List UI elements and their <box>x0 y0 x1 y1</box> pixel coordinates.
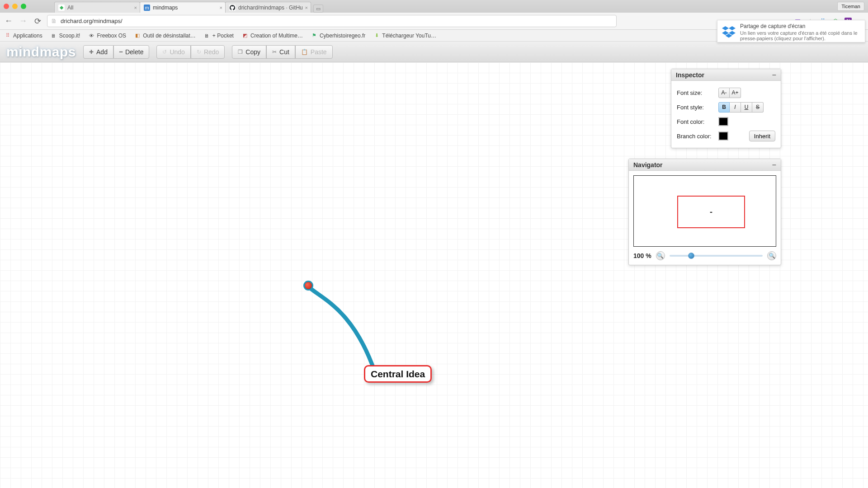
btn-label: Copy <box>245 48 260 56</box>
navigator-viewport-rect[interactable]: - <box>677 196 745 228</box>
btn-label: Delete <box>125 48 143 56</box>
zoom-level-label: 100 % <box>633 252 651 259</box>
bookmark-pocket[interactable]: 🗎+ Pocket <box>204 33 234 39</box>
redo-icon: ↻ <box>197 49 201 55</box>
browser-tab-strip: ◆ All × m mindmaps × drichard/mindmaps ·… <box>0 0 868 13</box>
btn-label: Paste <box>311 48 327 56</box>
branch-color-swatch[interactable] <box>718 131 728 141</box>
browser-tab-all[interactable]: ◆ All × <box>54 2 140 13</box>
font-color-swatch[interactable] <box>718 117 728 126</box>
zoom-slider[interactable] <box>670 255 763 257</box>
bookmark-label: Applications <box>13 33 42 39</box>
font-size-decrease-button[interactable]: A- <box>718 88 730 98</box>
panel-title: Inspector <box>676 71 704 79</box>
tab-label: drichard/mindmaps · GitHu <box>238 5 303 11</box>
zoom-out-button[interactable]: 🔍 <box>656 251 665 260</box>
bookmark-multimedia[interactable]: ◩Creation of Multime… <box>242 33 303 39</box>
bookmark-cyberhist[interactable]: ⚑Cyberhistoiregeo.fr <box>311 33 365 39</box>
bookmark-scoopit[interactable]: 🗎Scoop.it! <box>51 33 80 39</box>
tab-label: mindmaps <box>153 5 178 11</box>
favicon-github-icon <box>229 5 236 11</box>
inherit-button[interactable]: Inherit <box>749 131 775 141</box>
screenshot-share-toast[interactable]: Partage de capture d'écran Un lien vers … <box>717 20 865 42</box>
url-text: drichard.org/mindmaps/ <box>61 18 123 24</box>
redo-button[interactable]: ↻Redo <box>191 45 225 59</box>
url-input[interactable]: 🗎 drichard.org/mindmaps/ <box>47 15 617 27</box>
paste-icon: 📋 <box>301 49 308 55</box>
close-icon[interactable]: × <box>220 5 222 10</box>
bookmark-label: Outil de désinstallat… <box>143 33 196 39</box>
font-size-increase-button[interactable]: A+ <box>730 88 741 98</box>
minus-icon: ━ <box>119 49 123 55</box>
navigator-panel: Navigator – - 100 % 🔍 🔍 <box>628 159 781 265</box>
bold-button[interactable]: B <box>718 102 730 113</box>
undo-icon: ↺ <box>162 49 167 55</box>
favicon-all-icon: ◆ <box>58 5 65 11</box>
italic-button[interactable]: I <box>730 102 741 113</box>
window-controls <box>4 4 26 9</box>
plus-icon: ✚ <box>89 49 94 55</box>
copy-button[interactable]: ❐Copy <box>232 45 266 59</box>
app-toolbar: mindmaps ✚Add ━Delete ↺Undo ↻Redo ❐Copy … <box>0 42 868 62</box>
close-icon[interactable]: × <box>134 5 137 10</box>
window-minimize-icon[interactable] <box>12 4 18 9</box>
strikethrough-button[interactable]: S <box>752 102 764 113</box>
toast-body: Un lien vers votre capture d'écran a été… <box>740 30 860 41</box>
paste-button[interactable]: 📋Paste <box>295 45 333 59</box>
node-drag-handle[interactable] <box>303 281 313 291</box>
bookmark-outil[interactable]: ◧Outil de désinstallat… <box>134 33 196 39</box>
cut-icon: ✂ <box>272 49 277 55</box>
underline-button[interactable]: U <box>741 102 752 113</box>
forward-icon[interactable]: → <box>18 16 28 26</box>
profile-button[interactable]: Ticeman <box>837 2 864 11</box>
delete-button[interactable]: ━Delete <box>113 45 149 59</box>
page-icon: 🗎 <box>51 18 57 24</box>
inspector-header[interactable]: Inspector – <box>671 69 781 81</box>
undo-button[interactable]: ↺Undo <box>156 45 190 59</box>
bookmark-label: Téléchargeur YouTu… <box>382 33 436 39</box>
bookmark-label: Creation of Multime… <box>250 33 303 39</box>
collapse-icon[interactable]: – <box>772 161 776 169</box>
bookmark-apps[interactable]: ⠿Applications <box>5 33 42 39</box>
browser-tab-github[interactable]: drichard/mindmaps · GitHu × <box>225 2 311 13</box>
font-style-label: Font style: <box>677 104 718 111</box>
bookmark-freebox[interactable]: 👁Freebox OS <box>88 33 126 39</box>
dropbox-icon <box>722 25 736 38</box>
collapse-icon[interactable]: – <box>772 71 776 79</box>
bookmark-label: Scoop.it! <box>59 33 80 39</box>
favicon-mindmaps-icon: m <box>144 5 150 11</box>
btn-label: Cut <box>279 48 289 56</box>
navigator-overview[interactable]: - <box>633 175 776 247</box>
bookmark-label: + Pocket <box>212 33 234 39</box>
branch-color-label: Branch color: <box>677 133 718 140</box>
add-button[interactable]: ✚Add <box>83 45 113 59</box>
btn-label: Redo <box>204 48 219 56</box>
browser-tab-mindmaps[interactable]: m mindmaps × <box>140 2 226 13</box>
tab-label: All <box>67 5 73 11</box>
window-close-icon[interactable] <box>4 4 9 9</box>
new-tab-button[interactable]: ▭ <box>313 5 323 13</box>
cut-button[interactable]: ✂Cut <box>266 45 295 59</box>
panel-title: Navigator <box>633 161 663 169</box>
window-zoom-icon[interactable] <box>21 4 26 9</box>
reload-icon[interactable]: ⟳ <box>33 16 42 26</box>
tab-list: ◆ All × m mindmaps × drichard/mindmaps ·… <box>54 0 323 13</box>
btn-label: Undo <box>170 48 184 56</box>
zoom-slider-thumb[interactable] <box>688 253 694 259</box>
toast-title: Partage de capture d'écran <box>740 23 860 29</box>
back-icon[interactable]: ← <box>4 16 14 26</box>
font-color-label: Font color: <box>677 118 718 125</box>
font-size-label: Font size: <box>677 89 718 96</box>
inspector-panel: Inspector – Font size: A- A+ Font style:… <box>671 69 781 148</box>
btn-label: Add <box>96 48 108 56</box>
copy-icon: ❐ <box>238 49 243 55</box>
zoom-in-button[interactable]: 🔍 <box>767 251 776 260</box>
bookmark-youtube[interactable]: ⬇Téléchargeur YouTu… <box>373 33 436 39</box>
bookmark-label: Cyberhistoiregeo.fr <box>320 33 365 39</box>
navigator-header[interactable]: Navigator – <box>629 159 781 171</box>
close-icon[interactable]: × <box>305 5 308 10</box>
bookmark-label: Freebox OS <box>97 33 126 39</box>
app-logo: mindmaps <box>6 44 76 60</box>
central-idea-node[interactable]: Central Idea <box>364 365 432 383</box>
